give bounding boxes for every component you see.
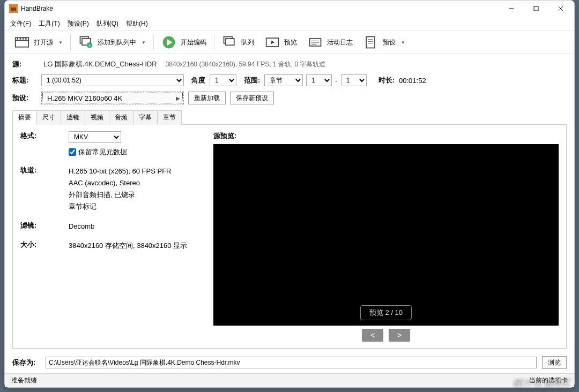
main-window: HandBrake 文件(F) 工具(T) 预设(P) 队列(Q) 帮助(H) … <box>4 0 575 388</box>
start-encode-button[interactable]: 开始编码 <box>158 33 210 52</box>
preview-column: 源预览: 预览 2 / 10 < > <box>213 131 559 342</box>
tab-body: 格式: MKV 保留常见元数据 轨道: H.265 10-bit (x265),… <box>12 125 567 349</box>
svg-rect-10 <box>23 38 24 40</box>
svg-rect-11 <box>25 38 27 40</box>
presets-button[interactable]: 预设▼ <box>360 33 409 52</box>
preset-select[interactable]: H.265 MKV 2160p60 4K ▶ <box>41 92 184 104</box>
titlebar: HandBrake <box>5 1 574 17</box>
range-from-select[interactable]: 1 <box>306 74 332 86</box>
tabs: 摘要 尺寸 滤镜 视频 音频 字幕 章节 <box>12 110 567 125</box>
svg-marker-21 <box>271 41 274 44</box>
save-new-preset-button[interactable]: 保存新预设 <box>230 92 274 104</box>
preview-next-button[interactable]: > <box>389 329 410 342</box>
range-dash: - <box>335 77 337 85</box>
close-button[interactable] <box>548 1 573 17</box>
tab-chapters[interactable]: 章节 <box>157 110 182 125</box>
open-source-button[interactable]: 打开源▼ <box>11 33 66 52</box>
svg-rect-19 <box>226 39 234 45</box>
tab-subtitles[interactable]: 字幕 <box>133 110 158 125</box>
reload-preset-button[interactable]: 重新加载 <box>188 92 226 104</box>
preview-prev-button[interactable]: < <box>362 329 383 342</box>
filters-value: Decomb <box>69 221 94 232</box>
window-title: HandBrake <box>21 5 499 12</box>
chevron-right-icon: ▶ <box>176 95 180 101</box>
browse-button[interactable]: 浏览 <box>542 356 567 369</box>
menu-file[interactable]: 文件(F) <box>10 19 31 28</box>
keep-metadata-checkbox[interactable] <box>69 148 76 156</box>
menu-presets[interactable]: 预设(P) <box>68 19 89 28</box>
svg-text:+: + <box>88 43 91 48</box>
preview-label: 源预览: <box>213 131 559 141</box>
tracks-label: 轨道: <box>20 165 69 213</box>
preview-area: 预览 2 / 10 <box>213 144 559 326</box>
toolbar: 打开源▼ + 添加到队列中▼ 开始编码 队列 预览 活动日志 预设▼ <box>5 31 574 54</box>
log-icon <box>308 35 323 50</box>
status-text: 准备就绪 <box>11 376 37 385</box>
svg-rect-9 <box>20 38 21 40</box>
source-name: LG 国际象棋.4K.DEMO_Chess-HDR <box>43 59 157 69</box>
angle-select[interactable]: 1 <box>210 74 236 86</box>
menu-tools[interactable]: 工具(T) <box>39 19 60 28</box>
tab-filters[interactable]: 滤镜 <box>61 110 85 125</box>
keep-metadata-label: 保留常见元数据 <box>78 146 127 158</box>
film-icon <box>14 35 29 50</box>
queue-icon <box>222 35 237 50</box>
svg-rect-3 <box>534 6 538 11</box>
preset-row: 预设: H.265 MKV 2160p60 4K ▶ 重新加载 保存新预设 <box>12 92 567 104</box>
source-label: 源: <box>12 59 37 69</box>
format-label: 格式: <box>20 131 69 158</box>
source-row: 源: LG 国际象棋.4K.DEMO_Chess-HDR 3840x2160 (… <box>12 59 567 69</box>
menubar: 文件(F) 工具(T) 预设(P) 队列(Q) 帮助(H) <box>5 17 574 31</box>
menu-queue[interactable]: 队列(Q) <box>96 19 118 28</box>
menu-help[interactable]: 帮助(H) <box>126 19 148 28</box>
tab-summary[interactable]: 摘要 <box>12 110 37 125</box>
save-label: 保存为: <box>12 358 40 367</box>
svg-rect-26 <box>366 37 375 48</box>
presets-icon <box>363 35 378 50</box>
filters-label: 滤镜: <box>20 221 69 232</box>
preset-label: 预设: <box>12 93 37 103</box>
angle-label: 角度 <box>191 76 205 85</box>
tab-audio[interactable]: 音频 <box>109 110 133 125</box>
watermark: 值(什么 值得买 <box>513 378 569 389</box>
app-icon <box>9 4 18 13</box>
content-area: 源: LG 国际象棋.4K.DEMO_Chess-HDR 3840x2160 (… <box>5 54 574 373</box>
statusbar: 准备就绪 当前的选项卡 <box>5 373 574 387</box>
title-select[interactable]: 1 (00:01:52) <box>41 74 184 86</box>
tab-video[interactable]: 视频 <box>85 110 109 125</box>
activity-log-button[interactable]: 活动日志 <box>305 33 356 52</box>
source-info: 3840x2160 (3840x2160), 59.94 FPS, 1 音轨, … <box>166 60 326 69</box>
size-label: 大小: <box>20 240 69 252</box>
title-label: 标题: <box>12 76 37 85</box>
range-label: 范围: <box>244 76 260 85</box>
preview-icon <box>265 35 280 50</box>
minimize-button[interactable] <box>499 1 524 17</box>
add-queue-button[interactable]: + 添加到队列中▼ <box>75 33 149 52</box>
preview-button[interactable]: 预览 <box>262 33 300 52</box>
tracks-value: H.265 10-bit (x265), 60 FPS PFR AAC (avc… <box>69 165 171 213</box>
range-to-select[interactable]: 1 <box>341 74 367 86</box>
duration-label: 时长: <box>378 76 395 85</box>
add-queue-icon: + <box>78 35 93 50</box>
format-select[interactable]: MKV <box>69 131 121 143</box>
save-row: 保存为: 浏览 <box>12 356 567 369</box>
queue-button[interactable]: 队列 <box>219 33 257 52</box>
save-path-input[interactable] <box>46 357 537 368</box>
svg-rect-1 <box>11 7 16 11</box>
summary-left: 格式: MKV 保留常见元数据 轨道: H.265 10-bit (x265),… <box>20 131 203 342</box>
play-icon <box>161 35 176 50</box>
duration-value: 00:01:52 <box>399 77 426 85</box>
maximize-button[interactable] <box>524 1 548 17</box>
svg-rect-22 <box>309 39 321 46</box>
range-type-select[interactable]: 章节 <box>264 74 303 86</box>
preview-counter: 预览 2 / 10 <box>360 305 412 320</box>
svg-rect-8 <box>17 38 18 40</box>
size-value: 3840x2160 存储空间, 3840x2160 显示 <box>69 240 187 252</box>
tab-dimensions[interactable]: 尺寸 <box>36 110 61 125</box>
title-row: 标题: 1 (00:01:52) 角度 1 范围: 章节 1 - 1 时长: 0… <box>12 74 567 86</box>
